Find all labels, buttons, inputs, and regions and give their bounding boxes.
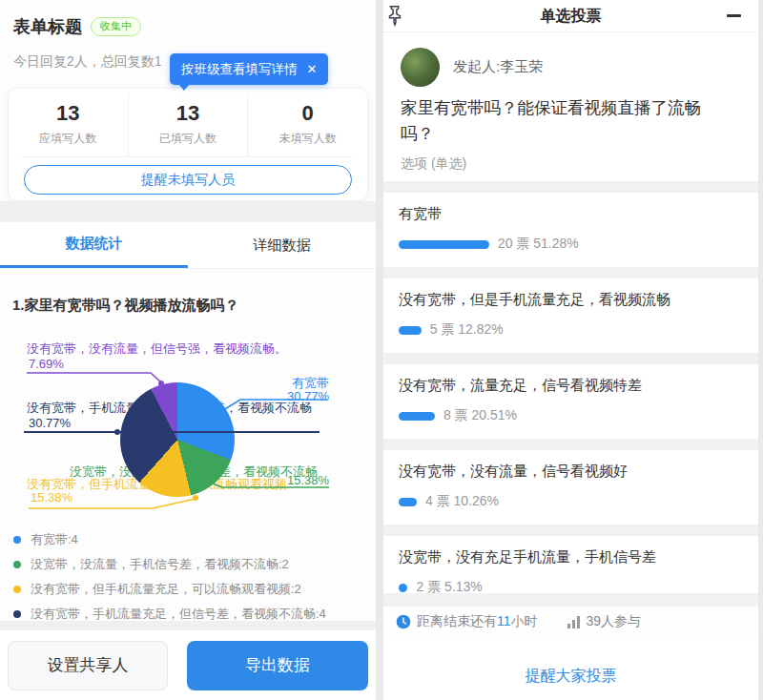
vote-option[interactable]: 没有宽带，但是手机流量充足，看视频流畅 5 票 12.82% <box>383 278 758 353</box>
fill-stats-card: 13 应填写人数 13 已填写人数 0 未填写人数 提醒未填写人员 <box>8 88 368 201</box>
vote-count-text: 5 票 12.82% <box>430 321 504 339</box>
option-label: 有宽带 <box>399 205 743 223</box>
option-result-row: 20 票 51.28% <box>399 236 743 253</box>
stat-label: 未填写人数 <box>248 131 367 147</box>
vote-header: 单选投票 <box>383 0 758 32</box>
section-divider-band <box>0 201 376 222</box>
vote-option[interactable]: 没有宽带，流量充足，信号看视频特差 8 票 20.51% <box>383 364 758 439</box>
remind-unfilled-button[interactable]: 提醒未填写人员 <box>24 165 352 195</box>
vote-bar <box>399 584 407 592</box>
callout-yellow-pct: 15.38% <box>31 490 72 504</box>
screen: 表单标题 收集中 今日回复2人，总回复数1 按班级查看填写详情 ✕ 13 应填写… <box>0 0 763 700</box>
stat-value: 13 <box>9 101 128 126</box>
stat-label: 应填写人数 <box>9 131 128 147</box>
legend-item: 有宽带:4 <box>13 527 326 552</box>
vote-count-text: 4 票 10.26% <box>425 493 499 510</box>
vote-bar <box>399 498 417 506</box>
form-stats-panel: 表单标题 收集中 今日回复2人，总回复数1 按班级查看填写详情 ✕ 13 应填写… <box>0 0 376 700</box>
vote-bar <box>399 326 422 335</box>
chart-legend: 有宽带:4 没宽带，没流量，手机信号差，看视频不流畅:2 没有宽带，但手机流量充… <box>13 527 326 627</box>
export-data-button[interactable]: 导出数据 <box>187 641 368 690</box>
legend-dot-green <box>13 561 21 568</box>
stat-should-fill: 13 应填写人数 <box>9 93 128 156</box>
tooltip-text: 按班级查看填写详情 <box>181 61 298 78</box>
option-gap <box>383 439 758 450</box>
participants-group: 39人参与 <box>567 613 642 630</box>
close-icon[interactable]: ✕ <box>307 63 318 75</box>
section-divider-band <box>383 593 758 607</box>
section-divider-band <box>383 181 758 193</box>
option-label: 没有宽带，流量充足，信号看视频特差 <box>399 377 743 395</box>
bar-chart-icon <box>567 616 581 628</box>
option-label: 没有宽带，没有流量，信号看视频好 <box>399 463 743 481</box>
stats-tabs: 数据统计 详细数据 <box>0 222 376 269</box>
chart-question-title: 1.家里有宽带吗？视频播放流畅吗？ <box>12 297 239 315</box>
class-detail-tooltip[interactable]: 按班级查看填写详情 ✕ <box>170 53 328 85</box>
countdown-text: 距离结束还有11小时 <box>417 613 538 630</box>
legend-dot-blue <box>13 536 21 544</box>
option-gap <box>383 353 758 364</box>
vote-title: 单选投票 <box>383 0 758 32</box>
remind-everyone-vote-link[interactable]: 提醒大家投票 <box>383 667 758 687</box>
vote-count-text: 20 票 51.28% <box>498 236 579 253</box>
legend-label: 没有宽带，但手机流量充足，可以流畅观看视频:2 <box>31 581 301 598</box>
legend-label: 有宽带:4 <box>31 531 78 548</box>
callout-green-pct: 15.38% <box>287 473 329 487</box>
collecting-status-badge: 收集中 <box>91 17 141 35</box>
vote-footer: 距离结束还有11小时 39人参与 <box>383 607 758 637</box>
stat-value: 0 <box>248 101 367 126</box>
legend-dot-navy <box>13 610 21 618</box>
pie-chart-area: 没有宽带，没有流量，但信号强，看视频流畅。 7.69% 有宽带 30.77% 没… <box>0 329 376 529</box>
vote-option[interactable]: 有宽带 20 票 51.28% <box>383 193 758 267</box>
legend-dot-yellow <box>13 586 21 593</box>
tab-data-statistics[interactable]: 数据统计 <box>0 222 188 268</box>
legend-item: 没宽带，没流量，手机信号差，看视频不流畅:2 <box>13 552 326 577</box>
avatar <box>401 48 440 87</box>
initiator-row: 发起人:李玉荣 <box>401 48 543 87</box>
participants-count: 39人参与 <box>587 613 642 630</box>
clock-icon <box>396 614 411 629</box>
callout-purple-pct: 7.69% <box>29 357 64 371</box>
option-label: 没宽带，没有充足手机流量，手机信号差 <box>399 548 743 566</box>
vote-bar <box>399 240 489 249</box>
option-result-row: 4 票 10.26% <box>399 493 743 510</box>
bottom-action-bar: 设置共享人 导出数据 <box>0 630 376 700</box>
form-title: 表单标题 <box>13 15 82 38</box>
stat-filled: 13 已填写人数 <box>128 93 248 156</box>
legend-label: 没宽带，没流量，手机信号差，看视频不流畅:2 <box>31 556 289 573</box>
countdown-hours: 11 <box>497 613 511 628</box>
set-shared-people-button[interactable]: 设置共享人 <box>8 641 168 690</box>
callout-purple-label: 没有宽带，没有流量，但信号强，看视频流畅。 <box>27 340 287 358</box>
option-result-row: 5 票 12.82% <box>399 321 743 339</box>
section-divider-band <box>0 621 376 630</box>
form-title-row: 表单标题 收集中 <box>13 15 141 38</box>
tab-detailed-data[interactable]: 详细数据 <box>188 222 376 268</box>
legend-item: 没有宽带，但手机流量充足，可以流畅观看视频:2 <box>13 577 326 602</box>
minimize-icon[interactable] <box>727 14 741 17</box>
option-label: 没有宽带，但是手机流量充足，看视频流畅 <box>399 291 743 309</box>
option-gap <box>383 267 758 278</box>
vote-option[interactable]: 没有宽带，没有流量，信号看视频好 4 票 10.26% <box>383 450 758 525</box>
stat-value: 13 <box>129 101 248 126</box>
option-result-row: 8 票 20.51% <box>399 407 743 424</box>
divider <box>22 156 354 157</box>
vote-bar <box>399 412 435 421</box>
stats-row: 13 应填写人数 13 已填写人数 0 未填写人数 <box>9 93 367 156</box>
vote-panel: 单选投票 发起人:李玉荣 家里有宽带吗？能保证看视频直播了流畅吗？ 选项 (单选… <box>383 0 758 700</box>
stat-unfilled: 0 未填写人数 <box>247 93 367 156</box>
stat-label: 已填写人数 <box>129 131 248 147</box>
vote-question: 家里有宽带吗？能保证看视频直播了流畅吗？ <box>401 95 730 147</box>
pie-chart <box>120 382 235 497</box>
option-gap <box>383 525 758 536</box>
reply-summary-text: 今日回复2人，总回复数1 <box>13 53 162 71</box>
callout-navy-pct: 30.77% <box>29 416 71 430</box>
vote-count-text: 8 票 20.51% <box>443 407 517 424</box>
vote-options-list: 有宽带 20 票 51.28% 没有宽带，但是手机流量充足，看视频流畅 5 票 … <box>383 193 758 610</box>
initiator-label: 发起人:李玉荣 <box>453 58 543 76</box>
options-type-label: 选项 (单选) <box>401 155 466 173</box>
